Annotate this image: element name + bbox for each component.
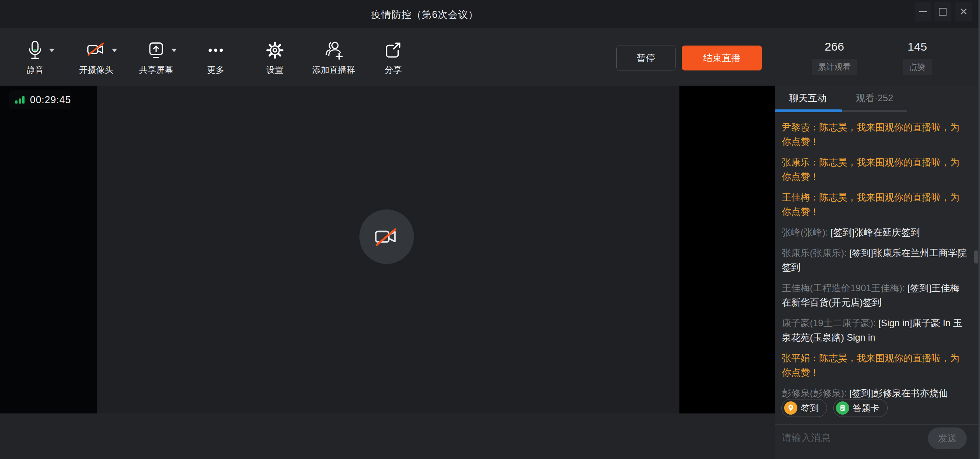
tab-viewers[interactable]: 观看·252 [856,92,893,104]
total-views-stat: 266 累计观看 [812,40,857,75]
maximize-button[interactable] [934,2,951,21]
add-live-group-icon [323,40,344,60]
tab-chat[interactable]: 聊天互动 [789,92,827,104]
mute-button[interactable]: 静音 [0,37,70,76]
message-input[interactable]: 请输入消息 [782,431,830,444]
mute-dropdown-arrow-icon[interactable] [49,49,55,52]
total-views-label: 累计观看 [812,59,857,75]
send-button[interactable]: 发送 [928,427,967,449]
camera-label: 开摄像头 [79,64,113,76]
share-screen-label: 共享屏幕 [139,64,173,76]
signal-bars-icon [15,95,25,104]
camera-dropdown-arrow-icon[interactable] [112,49,117,52]
chat-message: 尹黎霞：陈志昊，我来围观你的直播啦，为你点赞！ [782,120,968,149]
total-views-value: 266 [825,40,844,53]
chat-message: 张康乐(张康乐): [签到]张康乐在兰州工商学院签到 [782,246,968,274]
mute-label: 静音 [26,64,44,76]
close-icon: ✕ [959,6,968,18]
more-label: 更多 [207,64,224,76]
video-letterbox-right [679,86,775,413]
title-bar: 疫情防控（第6次会议） ✕ [0,0,980,28]
likes-stat: 145 点赞 [903,40,932,75]
camera-off-large-icon [373,226,400,248]
answer-card-icon [836,401,849,415]
bottom-bar [0,413,775,459]
chat-message: 张康乐：陈志昊，我来围观你的直播啦，为你点赞！ [782,155,968,184]
settings-gear-icon [265,40,285,60]
sign-in-label: 签到 [801,402,819,414]
chat-message: 康子豪(19土二康子豪): [Sign in]康子豪 In 玉泉花苑(玉泉路) … [782,316,968,345]
share-button[interactable]: 分享 [358,37,428,76]
maximize-icon [939,8,947,16]
answer-card-label: 答题卡 [853,402,880,414]
pause-button[interactable]: 暂停 [616,46,676,70]
camera-off-placeholder [359,209,414,264]
window-right-edge [978,0,980,459]
tab-active-indicator [775,109,842,112]
share-label: 分享 [385,64,402,76]
chat-quick-actions: 签到 答题卡 [781,399,888,417]
share-screen-dropdown-arrow-icon[interactable] [171,49,177,52]
chat-message-list[interactable]: 尹黎霞：陈志昊，我来围观你的直播啦，为你点赞！ 张康乐：陈志昊，我来围观你的直播… [775,117,980,399]
microphone-icon [26,40,44,60]
live-timer-badge: 00:29:45 [9,90,71,109]
chat-message: 王佳梅：陈志昊，我来围观你的直播啦，为你点赞！ [782,190,968,219]
video-letterbox-left [0,86,97,413]
answer-card-button[interactable]: 答题卡 [833,399,888,417]
chat-message: 张峰(张峰): [签到]张峰在延庆签到 [782,225,968,239]
share-icon [384,41,402,59]
camera-off-icon [86,41,106,59]
minimize-button[interactable] [915,2,931,21]
settings-label: 设置 [266,64,283,76]
input-divider [775,424,980,425]
chat-message: 张平娟：陈志昊，我来围观你的直播啦，为你点赞！ [782,351,968,380]
more-dots-icon [206,41,226,60]
camera-toggle-button[interactable]: 开摄像头 [61,37,131,76]
chat-message: 彭修泉(彭修泉): [签到]彭修泉在书亦烧仙 [782,386,968,399]
sign-in-button[interactable]: 签到 [781,399,827,417]
end-live-button[interactable]: 结束直播 [682,46,762,70]
likes-value: 145 [908,40,927,53]
add-live-group-label: 添加直播群 [312,64,355,76]
sign-in-badge-icon [784,401,797,415]
share-screen-icon [147,41,165,60]
live-timer-text: 00:29:45 [30,94,71,106]
minimize-icon [919,11,927,12]
close-button[interactable]: ✕ [955,2,972,21]
window-title: 疫情防控（第6次会议） [347,8,503,21]
tab-indicator-track [842,110,907,112]
likes-label: 点赞 [903,59,932,75]
chat-scrollbar[interactable] [974,250,978,264]
chat-message: 王佳梅(工程造价1901王佳梅): [签到]王佳梅在新华百货(开元店)签到 [782,281,968,310]
live-broadcast-window: { "titlebar": { "title": "疫情防控（第6次会议）" }… [0,0,980,459]
